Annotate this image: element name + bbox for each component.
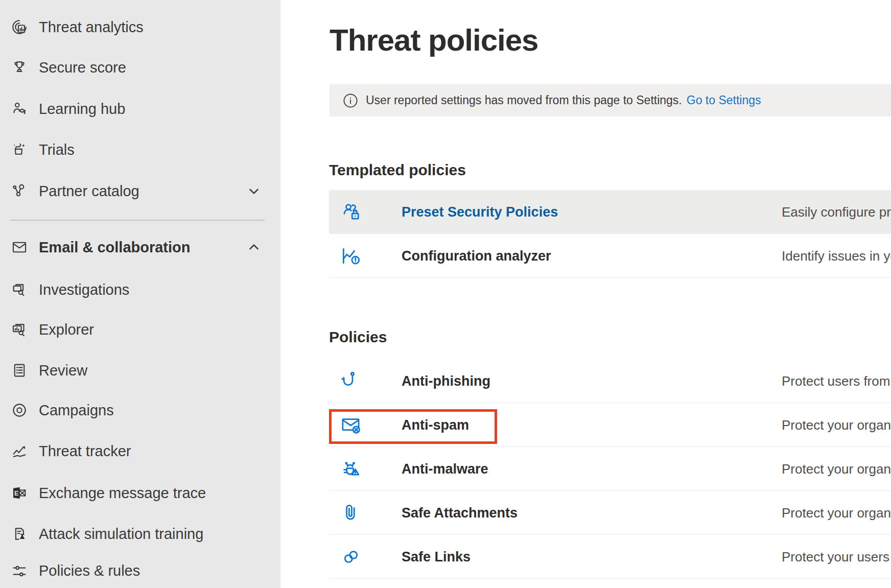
sidebar-item-partner-catalog[interactable]: Partner catalog [0, 171, 280, 211]
campaigns-icon [10, 401, 29, 419]
row-description: Protect your organiz [782, 417, 891, 433]
row-description: Protect your organiz [782, 461, 891, 477]
trials-icon [10, 140, 29, 159]
sidebar-group-label: Email & collaboration [39, 239, 191, 256]
sidebar-item-label: Trials [39, 142, 75, 158]
sidebar-divider [10, 220, 265, 221]
email-icon [10, 238, 29, 256]
sidebar-item-label: Learning hub [39, 101, 125, 117]
anti-malware-icon [339, 457, 363, 481]
review-icon [10, 361, 29, 380]
row-title[interactable]: Configuration analyzer [402, 248, 551, 264]
sidebar-item-label: Attack simulation training [39, 526, 203, 543]
sidebar-item-learning-hub[interactable]: Learning hub [0, 88, 280, 129]
row-title[interactable]: Anti-spam [402, 417, 469, 433]
sidebar-item-label: Threat tracker [39, 443, 131, 460]
row-configuration-analyzer[interactable]: Configuration analyzer Identify issues i… [329, 234, 891, 278]
row-safe-attachments[interactable]: Safe Attachments Protect your organiz [329, 491, 891, 535]
row-anti-spam[interactable]: Anti-spam Protect your organiz [329, 403, 891, 447]
row-title[interactable]: Safe Attachments [402, 505, 518, 521]
sidebar-item-policies-rules[interactable]: Policies & rules [0, 554, 280, 588]
safe-links-icon [339, 545, 363, 569]
configuration-analyzer-icon [339, 244, 363, 268]
row-safe-links[interactable]: Safe Links Protect your users fr [329, 535, 891, 579]
info-banner: User reported settings has moved from th… [330, 84, 891, 116]
sidebar-item-label: Explorer [39, 321, 94, 338]
sidebar-item-label: Review [39, 362, 87, 379]
row-description: Protect your organiz [782, 505, 891, 521]
sidebar: Threat analytics Secure score Learning h [0, 0, 280, 588]
sidebar-item-label: Campaigns [39, 402, 114, 419]
row-title[interactable]: Anti-phishing [402, 373, 490, 389]
anti-phishing-icon [339, 369, 363, 393]
row-description: Protect users from p [782, 373, 891, 389]
svg-text:E: E [14, 489, 19, 497]
row-preset-security-policies[interactable]: Preset Security Policies Easily configur… [329, 190, 891, 234]
chevron-down-icon [246, 183, 262, 199]
sidebar-item-label: Exchange message trace [39, 485, 206, 502]
sidebar-item-investigations[interactable]: Investigations [0, 269, 280, 310]
trophy-icon [10, 58, 29, 77]
row-description: Easily configure prot [782, 204, 891, 220]
page-title: Threat policies [330, 22, 538, 58]
sidebar-item-explorer[interactable]: Explorer [0, 309, 280, 350]
sidebar-item-label: Threat analytics [39, 19, 144, 36]
threat-tracker-icon [10, 442, 29, 460]
sidebar-item-label: Investigations [39, 281, 129, 298]
anti-spam-icon [339, 413, 363, 437]
sidebar-item-label: Policies & rules [39, 562, 140, 579]
sidebar-item-secure-score[interactable]: Secure score [0, 47, 280, 88]
sidebar-item-review[interactable]: Review [0, 350, 280, 391]
sidebar-item-label: Partner catalog [39, 183, 139, 200]
threat-policies-page: { "sidebar": { "items": [ { "label": "Th… [0, 0, 891, 588]
main-content: Threat policies User reported settings h… [280, 0, 891, 588]
sidebar-item-trials[interactable]: Trials [0, 129, 280, 170]
row-anti-malware[interactable]: Anti-malware Protect your organiz [329, 447, 891, 491]
info-icon [343, 93, 358, 108]
sidebar-item-label: Secure score [39, 59, 126, 76]
row-anti-phishing[interactable]: Anti-phishing Protect users from p [329, 359, 891, 403]
go-to-settings-link[interactable]: Go to Settings [687, 93, 761, 107]
exchange-icon: E [10, 484, 29, 502]
threat-analytics-icon [10, 18, 29, 36]
templated-policies-list: Preset Security Policies Easily configur… [329, 190, 891, 278]
section-header-templated-policies: Templated policies [329, 161, 466, 179]
attack-simulation-icon [10, 525, 29, 543]
sidebar-item-threat-analytics[interactable]: Threat analytics [0, 7, 280, 48]
row-description: Protect your users fr [782, 549, 891, 565]
explorer-icon [10, 320, 29, 339]
sidebar-group-email-collaboration[interactable]: Email & collaboration [0, 227, 280, 268]
row-title[interactable]: Preset Security Policies [402, 204, 558, 220]
preset-security-icon [339, 200, 363, 224]
section-header-policies: Policies [329, 328, 387, 346]
chevron-up-icon [246, 240, 262, 255]
policies-list: Anti-phishing Protect users from p Anti-… [329, 359, 891, 579]
learning-hub-icon [10, 100, 29, 118]
banner-message: User reported settings has moved from th… [366, 93, 682, 107]
partner-catalog-icon [10, 182, 29, 200]
sidebar-item-exchange-message-trace[interactable]: E Exchange message trace [0, 473, 280, 513]
row-title[interactable]: Safe Links [402, 549, 471, 565]
investigations-icon [10, 280, 29, 299]
sidebar-item-campaigns[interactable]: Campaigns [0, 390, 280, 431]
row-title[interactable]: Anti-malware [402, 461, 488, 477]
sidebar-item-attack-simulation-training[interactable]: Attack simulation training [0, 513, 280, 554]
row-description: Identify issues in you [782, 248, 891, 264]
sidebar-item-threat-tracker[interactable]: Threat tracker [0, 431, 280, 472]
sliders-icon [10, 562, 29, 580]
paperclip-icon [339, 501, 363, 525]
